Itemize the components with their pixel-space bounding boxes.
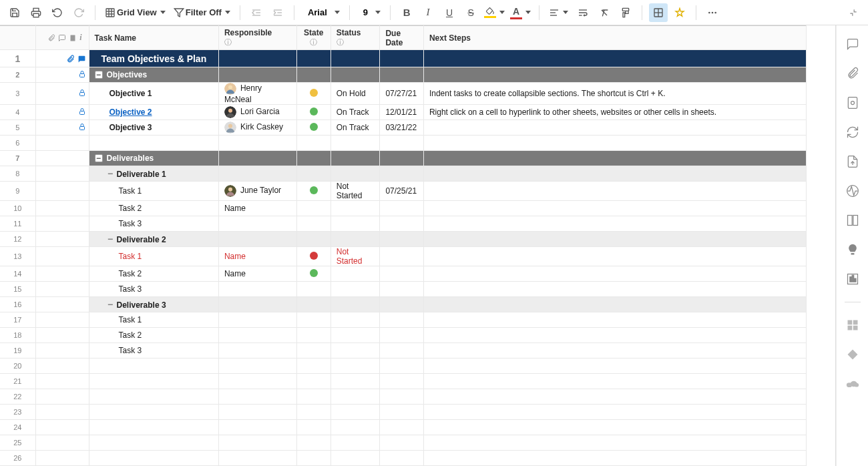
attachments-button[interactable] — [846, 67, 859, 80]
table-row[interactable]: 11 Task 3 — [0, 216, 807, 232]
header-status[interactable]: Statusⓘ — [331, 26, 380, 50]
svg-rect-49 — [847, 320, 852, 325]
underline-button[interactable]: U — [440, 3, 459, 22]
lock-icon[interactable] — [78, 70, 86, 78]
align-left-icon — [549, 7, 560, 18]
collapse-toggle[interactable]: − — [95, 154, 103, 162]
wrap-button[interactable] — [574, 3, 592, 22]
row-indicator-header: i — [35, 26, 89, 50]
conditional-format-button[interactable] — [649, 3, 668, 22]
comment-icon — [58, 34, 66, 42]
resource-button[interactable] — [846, 272, 859, 286]
svg-rect-44 — [851, 253, 854, 255]
svg-rect-33 — [79, 126, 84, 130]
rail-separator — [845, 302, 861, 302]
header-state[interactable]: Stateⓘ — [296, 26, 331, 50]
font-size-selector[interactable]: 9 — [357, 3, 383, 22]
table-row[interactable]: 17Task 1 — [0, 312, 807, 328]
save-button[interactable] — [5, 3, 24, 22]
table-row[interactable]: 15 Task 3 — [0, 282, 807, 297]
toolbar-separator — [539, 5, 539, 20]
header-task[interactable]: Task Name — [89, 26, 218, 50]
filter-selector[interactable]: Filter Off — [171, 3, 233, 22]
lock-icon[interactable] — [78, 123, 86, 131]
sheet-grid[interactable]: i Task Name Responsibleⓘ Stateⓘ Statusⓘ … — [0, 25, 836, 466]
header-next[interactable]: Next Steps — [423, 26, 806, 50]
bold-button[interactable]: B — [397, 3, 416, 22]
table-row[interactable]: 19Task 3 — [0, 343, 807, 359]
print-button[interactable] — [27, 3, 45, 22]
subsection-row[interactable]: 12 −Deliverable 2 — [0, 232, 807, 247]
table-row[interactable]: 10 Task 2 Name — [0, 201, 807, 216]
fill-color-button[interactable] — [483, 3, 506, 22]
table-row[interactable]: 9 Task 1 June Taylor Not Started 07/25/2… — [0, 182, 807, 201]
italic-button[interactable]: I — [419, 3, 437, 22]
publish-button[interactable] — [846, 155, 859, 168]
svg-rect-26 — [79, 73, 84, 77]
table-row[interactable]: 23 — [0, 405, 807, 420]
subsection-row[interactable]: 8 −Deliverable 1 — [0, 166, 807, 182]
table-row[interactable]: 21 — [0, 374, 807, 389]
table-row[interactable]: 18Task 2 — [0, 328, 807, 343]
header-responsible[interactable]: Responsibleⓘ — [218, 26, 296, 50]
text-color-button[interactable]: A — [509, 3, 532, 22]
svg-point-24 — [714, 11, 716, 13]
lock-icon[interactable] — [78, 89, 86, 97]
highlight-button[interactable] — [670, 3, 689, 22]
collapse-toggle[interactable]: − — [107, 168, 114, 179]
corner-cell — [0, 26, 35, 50]
collapse-toggle[interactable]: − — [107, 299, 114, 310]
align-button[interactable] — [546, 3, 571, 22]
table-row[interactable]: 26 — [0, 451, 807, 466]
svg-rect-30 — [79, 111, 84, 114]
section-deliverables[interactable]: 7 −Deliverables — [0, 151, 807, 166]
collapse-toggle[interactable]: − — [95, 71, 103, 79]
strikethrough-button[interactable]: S — [461, 3, 480, 22]
svg-rect-25 — [71, 35, 75, 41]
table-row[interactable]: 5 Objective 3 Kirk Caskey On Track 03/21… — [0, 120, 807, 136]
brandfolder-button[interactable] — [846, 243, 859, 256]
table-row[interactable]: 22 — [0, 389, 807, 405]
clear-format-button[interactable] — [595, 3, 614, 22]
table-row[interactable]: 6 — [0, 136, 807, 151]
indent-button[interactable] — [268, 3, 287, 22]
svg-rect-1 — [106, 9, 114, 17]
update-requests-button[interactable] — [846, 126, 859, 139]
view-selector[interactable]: Grid View — [102, 3, 168, 22]
title-row[interactable]: 1 Team Objectives & Plan — [0, 50, 807, 67]
table-row[interactable]: 24 — [0, 420, 807, 435]
subsection-row[interactable]: 16 −Deliverable 3 — [0, 297, 807, 312]
more-button[interactable] — [703, 3, 722, 22]
connect-button[interactable] — [846, 318, 859, 332]
conversations-button[interactable] — [846, 37, 859, 51]
summary-button[interactable] — [846, 214, 859, 227]
redo-button[interactable] — [69, 3, 88, 22]
hyperlink[interactable]: Objective 2 — [110, 107, 152, 117]
lock-icon[interactable] — [78, 107, 86, 115]
format-painter-button[interactable] — [616, 3, 635, 22]
table-row[interactable]: 4 Objective 2 Lori Garcia On Track 12/01… — [0, 105, 807, 120]
svg-point-32 — [228, 109, 232, 113]
comment-icon[interactable] — [77, 55, 86, 63]
attachment-icon[interactable] — [66, 55, 75, 63]
collapse-panel-button[interactable] — [844, 3, 863, 22]
table-row[interactable]: 3 Objective 1 Henry McNeal On Hold 07/27… — [0, 83, 807, 105]
collapse-toggle[interactable]: − — [107, 234, 114, 244]
salesforce-button[interactable] — [846, 377, 859, 391]
table-row[interactable]: 25 — [0, 435, 807, 451]
svg-point-56 — [854, 383, 859, 387]
activity-log-button[interactable] — [846, 184, 859, 198]
chevron-down-icon — [563, 11, 568, 14]
table-row[interactable]: 14 Task 2 Name — [0, 266, 807, 282]
undo-button[interactable] — [48, 3, 67, 22]
integration-button[interactable] — [846, 348, 859, 361]
section-objectives[interactable]: 2 −Objectives — [0, 67, 807, 83]
state-dot — [310, 107, 318, 115]
font-selector[interactable]: Arial — [301, 3, 343, 22]
toolbar-separator — [294, 5, 294, 20]
table-row[interactable]: 13 Task 1 Name Not Started — [0, 247, 807, 266]
header-due[interactable]: Due Date — [380, 26, 423, 50]
table-row[interactable]: 20 — [0, 359, 807, 374]
outdent-button[interactable] — [247, 3, 266, 22]
proof-button[interactable] — [846, 96, 859, 109]
